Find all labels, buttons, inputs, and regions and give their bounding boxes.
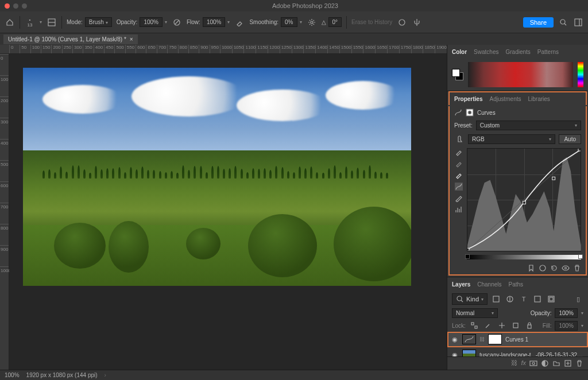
airbrush-icon[interactable] [234,17,245,28]
channel-select[interactable]: RGB▾ [468,134,555,144]
filter-type-icon[interactable]: T [519,294,529,304]
curve-edit-icon[interactable] [455,183,463,191]
home-icon[interactable] [5,17,15,28]
share-button[interactable]: Share [523,17,554,28]
filter-toggle[interactable]: ▯ [573,294,583,304]
brush-tip-preview[interactable]: •13 [25,17,35,28]
adj-thumb[interactable] [462,334,476,344]
options-bar: •13 ▾ Mode: Brush ▾ Opacity: 100%▾ Flow:… [0,11,588,33]
document-tab[interactable]: Untitled-1 @ 100% (Curves 1, Layer Mask/… [3,34,138,44]
clip-icon[interactable] [527,264,535,272]
flow-input[interactable]: 100% [203,17,226,27]
new-layer-icon[interactable] [564,359,572,367]
symmetry-icon[interactable] [412,17,422,28]
zoom-level[interactable]: 100% [5,372,20,378]
input-levels-slider[interactable] [467,255,581,259]
layer-row[interactable]: ◉ ⛓ Curves 1 [447,332,588,347]
visibility-toggle[interactable]: ◉ [451,336,459,343]
view-previous-icon[interactable] [539,264,547,272]
document-canvas[interactable] [23,68,411,286]
tab-adjustments[interactable]: Adjustments [489,96,521,102]
canvas-area[interactable]: 0501001502002503003504004505005506006507… [0,45,447,370]
fg-bg-swatch[interactable] [452,69,463,80]
filter-smart-icon[interactable] [546,294,556,304]
brush-settings-icon[interactable] [47,17,57,28]
tab-channels[interactable]: Channels [477,281,501,288]
smoothing-input[interactable]: 0% [281,17,297,27]
chevron-right-icon[interactable]: › [105,372,106,378]
search-icon[interactable] [558,17,568,28]
angle-input[interactable]: 0° [328,17,342,27]
reset-icon[interactable] [550,264,558,272]
window-controls[interactable] [5,3,27,9]
lock-all-icon[interactable] [524,320,535,331]
filter-adj-icon[interactable] [505,294,515,304]
layers-panel-tabs: Layers Channels Paths [447,277,588,291]
visibility-icon[interactable] [562,264,570,272]
mask-add-icon[interactable] [529,359,537,367]
tab-libraries[interactable]: Libraries [528,96,550,102]
lock-trans-icon[interactable] [469,320,479,331]
link-icon[interactable]: ⛓ [479,336,485,342]
filter-shape-icon[interactable] [532,294,543,304]
finger-icon[interactable] [454,134,465,144]
hue-strip[interactable] [578,62,583,87]
layers-footer: ⛓ fx [447,356,588,370]
lock-pixels-icon[interactable] [483,320,493,331]
trash-icon[interactable] [575,359,583,367]
document-tabs: Untitled-1 @ 100% (Curves 1, Layer Mask/… [0,33,588,45]
close-icon[interactable]: × [130,36,133,42]
trash-icon[interactable] [573,264,581,272]
preset-select[interactable]: Custom▾ [476,121,581,130]
tab-color[interactable]: Color [452,49,467,55]
minimize-window-icon[interactable] [13,3,18,9]
doc-info[interactable]: 1920 px x 1080 px (144 ppi) [26,372,98,378]
mask-thumb[interactable] [488,334,502,344]
tab-layers[interactable]: Layers [452,281,470,288]
maximize-window-icon[interactable] [22,3,27,9]
histogram-icon[interactable] [455,205,463,214]
tab-patterns[interactable]: Patterns [537,49,559,55]
link-layers-icon[interactable]: ⛓ [511,359,517,367]
eyedropper-white-icon[interactable] [455,171,463,179]
chevron-down-icon[interactable]: ▾ [40,20,42,25]
eyedropper-gray-icon[interactable] [455,160,463,168]
layer-filter-select[interactable]: Kind▾ [452,293,488,305]
group-icon[interactable] [552,359,560,367]
tab-swatches[interactable]: Swatches [474,49,498,55]
svg-point-3 [399,20,405,25]
adj-layer-icon[interactable] [541,359,549,367]
gear-icon[interactable] [307,17,317,28]
opacity-input[interactable]: 100% [140,17,163,27]
svg-rect-21 [471,323,474,325]
lock-position-icon[interactable] [497,320,507,331]
fill-input[interactable]: 100% [555,321,578,331]
tab-properties[interactable]: Properties [454,96,482,102]
lock-artboard-icon[interactable] [510,320,521,331]
eyedropper-black-icon[interactable] [455,148,463,156]
filter-pixel-icon[interactable] [491,294,501,304]
mode-select[interactable]: Brush ▾ [85,17,112,27]
pencil-icon[interactable] [455,194,463,202]
curves-graph[interactable] [467,148,581,251]
color-panel-body [447,59,588,91]
svg-rect-22 [475,326,477,328]
auto-button[interactable]: Auto [559,134,581,144]
tab-paths[interactable]: Paths [509,281,524,288]
tab-gradients[interactable]: Gradients [505,49,530,55]
lock-label: Lock: [452,323,466,329]
tablet-pressure-icon[interactable] [397,17,407,28]
layer-name[interactable]: tuscany-landscape-t...-08-26-16-31-32-ut… [479,352,585,357]
visibility-toggle[interactable]: ◉ [451,351,459,357]
erase-history-label: Erase to History [351,19,392,25]
fx-icon[interactable]: fx [521,359,526,367]
pressure-opacity-icon[interactable] [172,17,182,28]
workspace-icon[interactable] [573,17,583,28]
layer-opacity-input[interactable]: 100% [555,308,578,318]
layer-name[interactable]: Curves 1 [505,336,585,343]
blend-mode-select[interactable]: Normal▾ [452,308,498,318]
color-spectrum[interactable] [468,62,573,87]
close-window-icon[interactable] [5,3,10,9]
layer-row[interactable]: ◉ tuscany-landscape-t...-08-26-16-31-32-… [447,347,588,356]
layer-thumb[interactable] [462,350,476,356]
